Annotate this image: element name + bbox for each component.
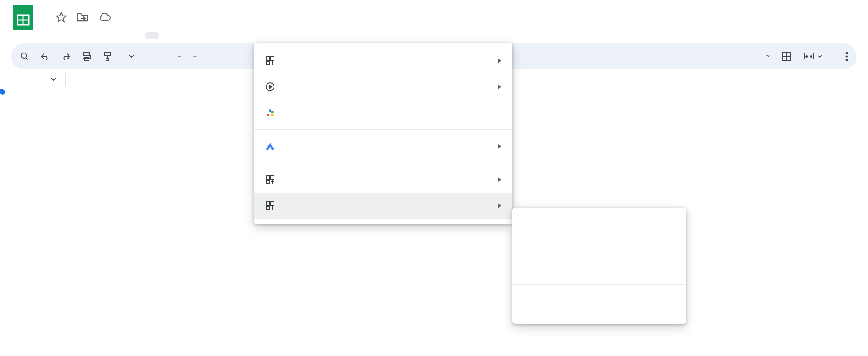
menu-file[interactable] [48,32,62,39]
print-icon[interactable] [82,52,92,61]
svg-rect-29 [266,176,270,179]
submenu-arrow-icon [498,200,502,211]
svg-rect-20 [266,61,270,65]
svg-line-6 [26,58,28,60]
chevron-down-icon [129,54,135,59]
svg-point-27 [269,109,271,112]
menu-extensions[interactable] [145,32,159,39]
macros-icon [264,82,276,92]
svg-rect-19 [271,57,274,60]
menu-help[interactable] [159,32,173,39]
svg-point-15 [846,52,848,54]
menu-bar [0,30,868,43]
document-title[interactable] [41,15,50,20]
svg-point-28 [271,111,274,113]
submenu-launch[interactable] [512,213,686,243]
svg-rect-35 [271,202,274,205]
insert-chart-icon[interactable] [766,54,770,59]
cloud-status-icon[interactable] [98,13,111,22]
submenu-arrow-icon [498,55,502,66]
submenu-help[interactable] [512,288,686,319]
addon-generic-icon [264,201,276,211]
submenu-chat[interactable] [512,251,686,281]
more-icon[interactable] [845,52,848,61]
svg-point-16 [846,56,848,58]
increase-decimal[interactable]: → [192,53,198,59]
svg-marker-24 [269,85,272,89]
decrease-decimal[interactable]: ← [177,53,182,59]
menu-format[interactable] [103,32,117,39]
star-icon[interactable] [56,12,67,23]
merge-cells-icon[interactable] [803,52,822,61]
menu-edit[interactable] [62,32,76,39]
menu-addons[interactable] [254,48,512,74]
menu-insert[interactable] [89,32,103,39]
svg-point-5 [21,53,27,59]
svg-rect-18 [266,57,270,60]
sheets-logo-icon[interactable] [12,4,34,30]
svg-rect-30 [271,176,274,179]
undo-icon[interactable] [40,52,50,61]
menu-apps-script[interactable] [254,100,512,126]
zoom-select[interactable] [122,54,135,59]
svg-rect-11 [106,58,109,61]
submenu-arrow-icon [498,174,502,185]
addons-icon [264,56,276,66]
name-box[interactable] [9,77,65,82]
borders-icon[interactable] [782,51,792,62]
svg-rect-10 [104,52,110,56]
svg-point-17 [846,59,848,61]
svg-marker-4 [56,13,66,22]
menu-data[interactable] [117,32,131,39]
svg-rect-31 [266,180,270,184]
paint-format-icon[interactable] [102,51,112,62]
svg-point-26 [271,114,274,116]
appsheet-icon [264,142,276,151]
menu-macros[interactable] [254,74,512,100]
menu-tools[interactable] [131,32,145,39]
coefficient-submenu [512,208,686,324]
svg-rect-34 [266,202,270,205]
search-icon[interactable] [20,52,30,61]
menu-appsheet[interactable] [254,133,512,159]
addon-generic-icon [264,175,276,185]
menu-coefficient[interactable] [254,193,512,219]
submenu-arrow-icon [498,141,502,152]
chevron-down-icon [50,77,56,82]
move-folder-icon[interactable] [76,12,89,23]
menu-castodia[interactable] [254,167,512,193]
redo-icon[interactable] [61,52,71,61]
submenu-arrow-icon [498,81,502,92]
svg-point-25 [267,114,269,116]
apps-script-icon [264,108,276,118]
extensions-dropdown [254,43,512,224]
menu-view[interactable] [76,32,89,39]
svg-rect-36 [266,206,270,210]
